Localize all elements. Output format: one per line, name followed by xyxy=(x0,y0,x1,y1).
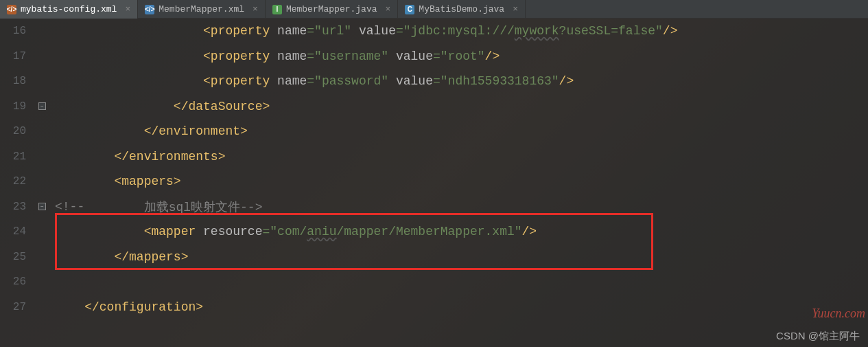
code-line: <!-- 加载sql映射文件--> xyxy=(55,194,868,220)
line-number: 20 xyxy=(0,119,26,144)
watermark-csdn: CSDN @馆主阿牛 xyxy=(776,330,860,343)
tab-label: MemberMapper.xml xyxy=(159,4,244,14)
close-icon[interactable]: × xyxy=(513,4,518,14)
code-line: <mappers> xyxy=(55,169,868,194)
code-area[interactable]: <property name="url" value="jdbc:mysql:/… xyxy=(55,19,868,347)
code-line: </mappers> xyxy=(55,245,868,270)
watermark-yuucn: Yuucn.com xyxy=(812,306,865,321)
tab-mybatis-config[interactable]: </> mybatis-config.xml × xyxy=(0,0,138,19)
code-line: </dataSource> xyxy=(55,94,868,120)
code-line: <mapper resource="com/aniu/mapper/Member… xyxy=(55,219,868,245)
code-line: </environment> xyxy=(55,119,868,144)
tab-label: mybatis-config.xml xyxy=(21,4,117,14)
fold-toggle[interactable]: − xyxy=(38,203,46,210)
line-number: 27 xyxy=(0,295,26,320)
close-icon[interactable]: × xyxy=(125,4,130,14)
line-gutter: 161718192021222324252627 xyxy=(0,19,34,347)
line-number: 25 xyxy=(0,245,26,270)
line-number: 17 xyxy=(0,44,26,69)
close-icon[interactable]: × xyxy=(386,4,391,14)
fold-toggle[interactable]: − xyxy=(38,102,46,110)
tab-mybatis-demo[interactable]: C MyBatisDemo.java × xyxy=(398,0,526,19)
line-number: 21 xyxy=(0,144,26,170)
code-line: <property name="username" value="root"/> xyxy=(55,44,868,69)
class-icon: C xyxy=(405,5,414,14)
code-line: </environments> xyxy=(55,144,868,170)
code-line: <property name="password" value="ndh1559… xyxy=(55,69,868,94)
xml-icon: </> xyxy=(145,5,154,14)
tab-member-mapper-java[interactable]: I MemberMapper.java × xyxy=(266,0,398,19)
interface-icon: I xyxy=(272,5,282,14)
close-icon[interactable]: × xyxy=(253,4,258,14)
line-number: 18 xyxy=(0,69,26,94)
tab-label: MyBatisDemo.java xyxy=(419,4,504,14)
xml-icon: </> xyxy=(7,5,16,14)
code-line: <property name="url" value="jdbc:mysql:/… xyxy=(55,19,868,44)
tab-label: MemberMapper.java xyxy=(286,4,377,14)
fold-column: − − xyxy=(34,19,55,347)
line-number: 24 xyxy=(0,219,26,245)
tab-member-mapper-xml[interactable]: </> MemberMapper.xml × xyxy=(138,0,266,19)
code-line: </configuration> xyxy=(55,295,868,320)
code-editor[interactable]: 161718192021222324252627 − − <property n… xyxy=(0,19,868,347)
line-number: 23 xyxy=(0,194,26,220)
line-number: 16 xyxy=(0,19,26,44)
tab-bar: </> mybatis-config.xml × </> MemberMappe… xyxy=(0,0,868,19)
line-number: 19 xyxy=(0,94,26,120)
code-line xyxy=(55,269,868,295)
line-number: 22 xyxy=(0,169,26,194)
line-number: 26 xyxy=(0,269,26,295)
